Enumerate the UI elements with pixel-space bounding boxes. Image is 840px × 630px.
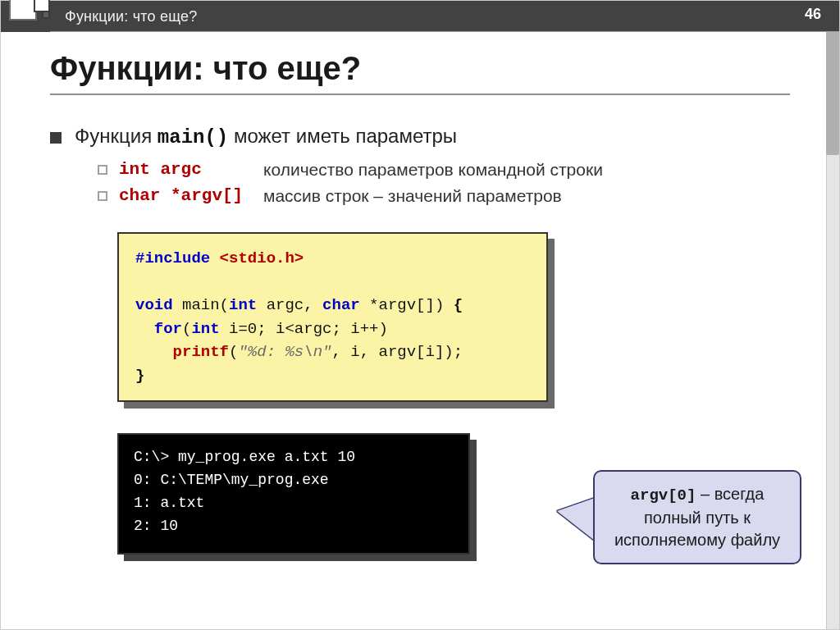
kw-int: int [191,320,219,338]
page-number: 46 [805,6,821,23]
callout-content: argv[0] – всегда полный путь к исполняем… [593,470,801,564]
code-text: , i, argv[i]); [331,343,463,361]
sub-bullet-argc: int argc количество параметров командной… [98,160,790,180]
slide: Функции: что еще? 46 Функции: что еще? Ф… [0,0,840,630]
format-string: "%d: %s\n" [238,343,331,361]
kw-for: for [154,320,182,338]
scrollbar-thumb[interactable] [826,16,839,155]
term-line-3: 1: a.txt [134,495,204,511]
scrollbar-track[interactable] [826,1,839,629]
callout-bubble: argv[0] – всегда полный путь к исполняем… [593,470,801,564]
code-text: argc, [257,296,322,314]
title-divider [50,94,790,95]
terminal-content: C:\> my_prog.exe a.txt 10 0: C:\TEMP\my_… [117,433,470,555]
terminal-output: C:\> my_prog.exe a.txt 10 0: C:\TEMP\my_… [117,433,470,555]
slide-header: Функции: что еще? 46 [1,1,839,32]
kw-include: #include [135,249,210,267]
term-line-4: 2: 10 [134,518,178,534]
code-block: #include <stdio.h> void main(int argc, c… [117,232,548,402]
sub-bullet-list: int argc количество параметров командной… [98,160,790,206]
argv0-mono: argv[0] [631,486,696,504]
bullet-text-suffix: может иметь параметры [228,125,457,147]
header-title: Функции: что еще? [65,8,197,25]
code-text: *argv[]) [360,296,454,314]
callout-pointer-icon [557,498,595,541]
brace-close: } [135,367,144,385]
kw-char: char [322,296,360,314]
code-block-content: #include <stdio.h> void main(int argc, c… [117,232,548,402]
page-title: Функции: что еще? [50,50,790,87]
term-line-1: C:\> my_prog.exe a.txt 10 [134,449,355,465]
hollow-bullet-icon [98,165,107,175]
argc-desc: количество параметров командной строки [263,160,603,180]
code-text: i=0; i<argc; i++) [220,320,388,338]
bullet-main: Функция main() может иметь параметры [50,125,790,148]
argc-kw: int argc [119,160,263,179]
bullet-text-prefix: Функция [75,125,158,147]
kw-void: void [135,296,173,314]
brace-open: { [454,296,463,314]
header-decoration-icon [1,0,47,30]
sub-bullet-argv: char *argv[] массив строк – значений пар… [98,186,790,206]
hollow-bullet-icon [98,191,107,201]
argv-kw: char *argv[] [119,186,263,205]
term-line-2: 0: C:\TEMP\my_prog.exe [134,472,329,488]
main-func-mono: main() [158,126,228,148]
argv-desc: массив строк – значений параметров [263,186,562,206]
bullet-icon [50,132,62,144]
include-header: <stdio.h> [210,249,304,267]
kw-int: int [229,296,257,314]
kw-printf: printf [173,343,229,361]
code-text: main( [173,296,229,314]
